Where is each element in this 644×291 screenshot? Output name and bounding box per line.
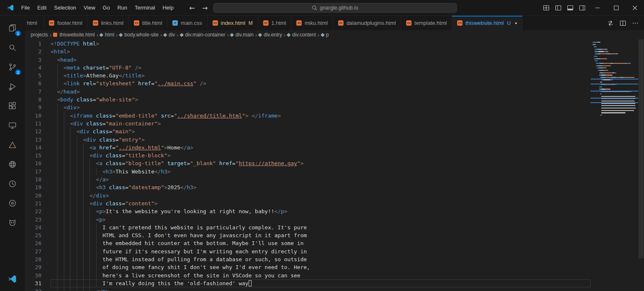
minimize-button-icon[interactable]: [588, 0, 607, 15]
tab-links.html[interactable]: <>links.html: [88, 16, 129, 30]
code-text: <div class="content">: [51, 200, 591, 207]
menu-go[interactable]: Go: [99, 5, 114, 11]
breadcrumb-item[interactable]: p: [321, 32, 329, 38]
triangle-extension-icon[interactable]: [0, 135, 25, 154]
code-line[interactable]: 11 <div class="main-container">: [25, 120, 591, 127]
customize-layout-icon[interactable]: [540, 0, 552, 15]
menu-bar: FileEditSelectionViewGoRunTerminalHelp: [17, 5, 177, 11]
breadcrumb-item[interactable]: div: [164, 32, 175, 38]
code-line[interactable]: 24 I can't pretend this website is parti…: [25, 224, 591, 231]
code-line[interactable]: 31 I'm really doing this the 'old-fashio…: [25, 279, 591, 287]
code-line[interactable]: 2<html>: [25, 48, 591, 55]
breadcrumb-item[interactable]: div.main-container: [180, 32, 225, 38]
code-line[interactable]: 18 </a>: [25, 176, 591, 183]
code-line[interactable]: 10 <iframe class="embed-title" src="../s…: [25, 112, 591, 120]
code-text: <title>Athene.Gay</title>: [51, 72, 591, 79]
code-line[interactable]: 20 </div>: [25, 192, 591, 200]
tab-footer.html[interactable]: <>footer.html: [44, 16, 88, 30]
code-line[interactable]: 23 <p>: [25, 216, 591, 224]
code-line[interactable]: 14 <a href="../index.html">Home</a>: [25, 144, 591, 152]
tab-template.html[interactable]: <>template.html: [401, 16, 452, 30]
editor[interactable]: 1<!DOCTYPE html>2<html>3 <head>4 <meta c…: [25, 39, 644, 291]
tab-miku.html[interactable]: <>miku.html: [291, 16, 333, 30]
code-line[interactable]: 12 <div class="main">: [25, 127, 591, 135]
cat-extension-icon[interactable]: [0, 213, 25, 232]
dirty-dot-icon[interactable]: ●: [515, 21, 517, 25]
code-line[interactable]: 5 <title>Athene.Gay</title>: [25, 72, 591, 79]
vertical-scrollbar[interactable]: [638, 39, 644, 291]
menu-run[interactable]: Run: [114, 5, 131, 11]
source-control-icon[interactable]: 2: [0, 57, 25, 77]
tab-html[interactable]: html: [25, 16, 44, 30]
extensions-icon[interactable]: [0, 96, 25, 115]
command-center[interactable]: gnargle.github.io: [213, 3, 457, 12]
close-button-icon[interactable]: [625, 0, 644, 15]
code-line[interactable]: 9 <div>: [25, 103, 591, 111]
globe-extension-icon[interactable]: [0, 154, 25, 174]
run-debug-icon[interactable]: [0, 77, 25, 96]
tab-label: miku.html: [305, 20, 328, 26]
code-line[interactable]: 29 of doing some fancy shit I don't see …: [25, 263, 591, 271]
breadcrumb-item[interactable]: div.main: [230, 32, 254, 38]
breadcrumb-item[interactable]: html: [100, 32, 114, 38]
toggle-panel-icon[interactable]: [564, 0, 576, 15]
tab-dalamudplugins.html[interactable]: <>dalamudplugins.html: [333, 16, 401, 30]
tab-index.html[interactable]: <>index.htmlM: [208, 16, 258, 30]
code-line[interactable]: 22 <p>It's the website you're looking at…: [25, 207, 591, 215]
code-line[interactable]: 3 <head>: [25, 56, 591, 64]
code-line[interactable]: 26 the embedded hit counter at the botto…: [25, 239, 591, 247]
code-line[interactable]: 25 HTML and CSS. I don't even have any j…: [25, 231, 591, 239]
code-line[interactable]: 27 future if it's necessary but I'm writ…: [25, 248, 591, 255]
code-line[interactable]: 4 <meta charset="UTF-8" />: [25, 64, 591, 72]
remote-explorer-icon[interactable]: [0, 115, 25, 135]
forward-arrow-icon[interactable]: →: [200, 4, 210, 12]
tab-title.html[interactable]: <>title.html: [129, 16, 167, 30]
code-line[interactable]: 7 </head>: [25, 88, 591, 96]
menu-view[interactable]: View: [80, 5, 99, 11]
breadcrumb-item[interactable]: div.entry: [259, 32, 282, 38]
code-line[interactable]: 16 <a class="blog-title" target="_blank"…: [25, 159, 591, 167]
search-icon[interactable]: [0, 38, 25, 57]
code-line[interactable]: 13 <div class="entry">: [25, 136, 591, 144]
history-icon[interactable]: [0, 174, 25, 193]
code-line[interactable]: 1<!DOCTYPE html>: [25, 40, 591, 48]
code-line[interactable]: 8 <body class="whole-site">: [25, 96, 591, 103]
code-line[interactable]: 21 <div class="content">: [25, 200, 591, 207]
code-line[interactable]: 19 <h3 class="datestamp">2025</h3>: [25, 183, 591, 191]
maximize-button-icon[interactable]: [607, 0, 625, 15]
code-line[interactable]: 32 </p>: [25, 287, 591, 291]
code-line[interactable]: 6 <link rel="stylesheet" href="../main.c…: [25, 79, 591, 87]
scrollbar-thumb[interactable]: [639, 39, 644, 258]
code-line[interactable]: 30 here's a live screenshot of the site …: [25, 272, 591, 279]
breadcrumb-item[interactable]: projects: [31, 32, 48, 38]
code-line[interactable]: 17 <h3>This Website</h3>: [25, 168, 591, 176]
code-line[interactable]: 28 the HTML instead of pulling from a da…: [25, 255, 591, 263]
code-line[interactable]: 15 <div class="title-block">: [25, 152, 591, 159]
vscode-logo-icon[interactable]: [0, 269, 25, 289]
toggle-secondary-sidebar-icon[interactable]: [576, 0, 588, 15]
menu-edit[interactable]: Edit: [34, 5, 50, 11]
tab-thiswebsite.html[interactable]: <>thiswebsite.htmlU●: [452, 16, 523, 30]
tab-1.html[interactable]: <>1.html: [258, 16, 291, 30]
split-editor-icon[interactable]: [617, 18, 628, 28]
line-number: 5: [25, 72, 41, 79]
compare-changes-icon[interactable]: [605, 18, 615, 28]
breadcrumb-item[interactable]: thiswebsite.html: [53, 32, 94, 38]
code-lines[interactable]: 1<!DOCTYPE html>2<html>3 <head>4 <meta c…: [25, 39, 591, 291]
more-actions-icon[interactable]: [630, 18, 640, 28]
explorer-icon[interactable]: 1: [0, 18, 25, 38]
tab-main.css[interactable]: #main.css: [167, 16, 207, 30]
toggle-primary-sidebar-icon[interactable]: [552, 0, 564, 15]
menu-selection[interactable]: Selection: [50, 5, 80, 11]
line-number: 2: [25, 48, 41, 55]
menu-terminal[interactable]: Terminal: [131, 5, 159, 11]
breadcrumb-item[interactable]: div.content: [287, 32, 316, 38]
breadcrumb-item[interactable]: body.whole-site: [119, 32, 159, 38]
back-arrow-icon[interactable]: ←: [187, 4, 197, 12]
minimap[interactable]: [591, 39, 638, 291]
menu-file[interactable]: File: [17, 5, 34, 11]
menu-help[interactable]: Help: [159, 5, 177, 11]
code-text: HTML and CSS. I don't even have any java…: [51, 231, 591, 239]
minimap-marker: [591, 98, 638, 99]
gitlens-icon[interactable]: [0, 193, 25, 213]
